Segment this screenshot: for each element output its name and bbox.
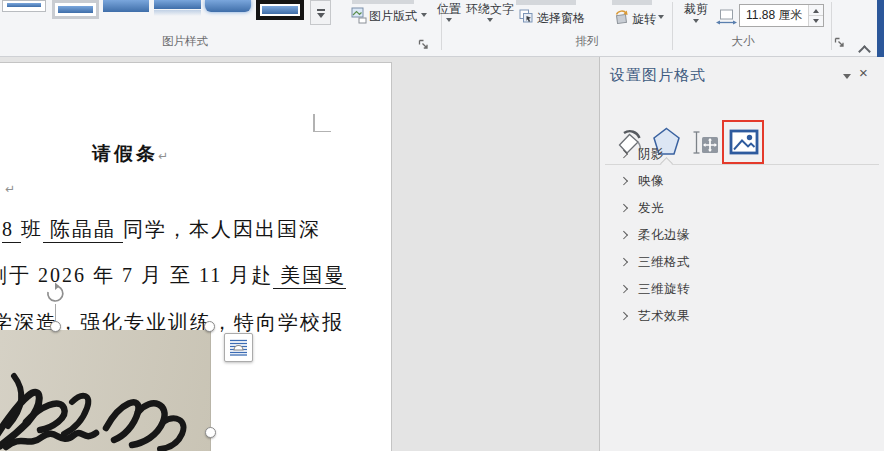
width-icon — [716, 9, 737, 26]
rotate-button[interactable]: 旋转 — [632, 11, 656, 28]
pane-section-label: 映像 — [638, 168, 664, 195]
rotate-handle[interactable] — [44, 282, 66, 308]
format-picture-pane: 设置图片格式 × — [599, 57, 884, 451]
selection-pane-button[interactable]: 选择窗格 — [537, 10, 585, 27]
picture-styles-dialog-launcher-icon[interactable] — [418, 39, 429, 50]
rotate-dropdown-icon[interactable] — [658, 15, 664, 19]
expand-chevron-icon — [620, 177, 628, 185]
pane-section-三维格式[interactable]: 三维格式 — [600, 249, 884, 276]
expand-chevron-icon — [620, 312, 628, 320]
signature-image[interactable] — [0, 330, 211, 451]
collapse-ribbon-icon[interactable] — [860, 44, 870, 54]
paragraph-mark: ↵ — [158, 149, 168, 163]
text-segment: 同学，本人因出国深 — [123, 218, 321, 240]
pane-section-映像[interactable]: 映像 — [600, 168, 884, 195]
expand-chevron-icon — [620, 231, 628, 239]
effects-section-list: 阴影映像发光柔化边缘三维格式三维旋转艺术效果 — [600, 141, 884, 330]
position-button[interactable]: 位置 — [437, 1, 461, 18]
resize-handle-right-middle[interactable] — [205, 427, 216, 438]
arrange-group-label: 排列 — [537, 34, 637, 48]
document-text-line[interactable]: 8 班 陈晶晶 同学，本人因出国深 — [2, 216, 321, 243]
word-window: 图片版式 图片样式 位置 环绕文字 选择窗格 旋转 排列 — [0, 0, 884, 451]
underlined-text-segment: 美国曼 — [273, 264, 346, 289]
expand-chevron-icon — [620, 204, 628, 212]
shape-width-input[interactable] — [740, 5, 806, 26]
pane-section-三维旋转[interactable]: 三维旋转 — [600, 276, 884, 303]
picture-layout-button[interactable]: 图片版式 — [369, 8, 417, 25]
pane-section-label: 柔化边缘 — [638, 222, 690, 249]
gallery-more-button[interactable] — [310, 0, 331, 25]
pane-section-label: 发光 — [638, 195, 664, 222]
underlined-text-segment: 陈晶晶 — [43, 218, 123, 243]
pane-title: 设置图片格式 — [610, 66, 706, 85]
size-dialog-launcher-icon[interactable] — [834, 37, 845, 48]
ribbon-picture-format-tab: 图片版式 图片样式 位置 环绕文字 选择窗格 旋转 排列 — [0, 0, 884, 57]
expand-chevron-icon — [620, 258, 628, 266]
wrap-text-dropdown-icon[interactable] — [487, 18, 493, 22]
width-increment-button[interactable] — [808, 5, 823, 16]
picture-layout-icon — [351, 6, 367, 24]
picture-styles-group-label: 图片样式 — [90, 34, 280, 48]
resize-handle-top-right[interactable] — [204, 321, 215, 332]
picture-style-thumbnail[interactable] — [205, 0, 251, 12]
text-segment: 班 — [21, 218, 43, 240]
paragraph-mark: ↵ — [5, 182, 15, 196]
pane-section-发光[interactable]: 发光 — [600, 195, 884, 222]
window-edge-accent — [877, 0, 884, 57]
picture-style-thumbnail[interactable] — [52, 0, 99, 19]
pane-section-柔化边缘[interactable]: 柔化边缘 — [600, 222, 884, 249]
text-segment: 划于 2026 年 7 月 至 11 月赴 — [0, 264, 273, 286]
width-decrement-button[interactable] — [808, 16, 823, 27]
pane-section-艺术效果[interactable]: 艺术效果 — [600, 303, 884, 330]
picture-style-thumbnail[interactable] — [103, 0, 149, 12]
margin-corner-mark — [313, 114, 315, 132]
document-page[interactable]: 请假条 ↵ ↵ 8 班 陈晶晶 同学，本人因出国深 划于 2026 年 7 月 … — [0, 62, 392, 451]
size-group-label: 大小 — [703, 34, 783, 48]
cutoff-button-fragment — [612, 0, 652, 5]
expand-chevron-icon — [620, 150, 628, 158]
wrap-text-button[interactable]: 环绕文字 — [466, 1, 514, 18]
layout-options-button[interactable] — [224, 333, 253, 362]
gallery-more-icon — [315, 9, 327, 19]
pane-menu-dropdown-icon[interactable] — [843, 74, 851, 79]
rotate-icon — [613, 9, 630, 25]
pane-section-label: 艺术效果 — [638, 303, 690, 330]
margin-corner-mark — [313, 131, 331, 133]
picture-style-thumbnail[interactable] — [256, 0, 304, 20]
position-dropdown-icon[interactable] — [446, 18, 452, 22]
crop-button[interactable]: 裁剪 — [684, 1, 708, 18]
document-title[interactable]: 请假条 — [92, 141, 158, 167]
crop-dropdown-icon[interactable] — [693, 19, 699, 23]
selection-pane-icon — [519, 9, 534, 24]
resize-handle-top-middle[interactable] — [50, 321, 61, 332]
picture-style-thumbnail[interactable] — [2, 0, 46, 12]
layout-options-icon — [229, 338, 248, 357]
pane-close-button[interactable]: × — [859, 64, 868, 82]
pane-section-label: 三维旋转 — [638, 276, 690, 303]
expand-chevron-icon — [620, 285, 628, 293]
shape-width-spinner — [739, 4, 824, 27]
underlined-text-segment: 8 — [2, 218, 21, 243]
picture-layout-dropdown-icon[interactable] — [421, 13, 427, 17]
signature-strokes — [0, 330, 211, 451]
picture-style-thumbnail[interactable] — [154, 0, 201, 17]
pane-section-label: 三维格式 — [638, 249, 690, 276]
annotation-highlight-box — [722, 120, 764, 164]
cutoff-button-fragment — [352, 0, 414, 4]
cutoff-button-fragment — [516, 0, 576, 5]
